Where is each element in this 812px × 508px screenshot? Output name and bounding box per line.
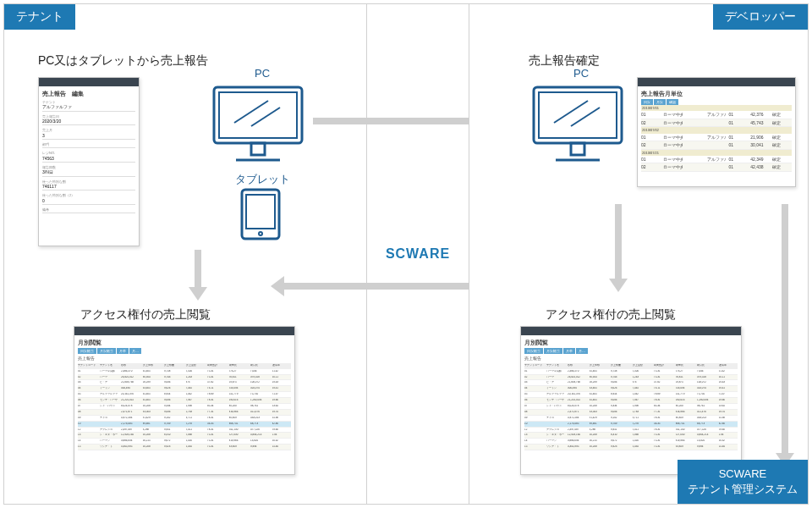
thumb-month-title: 売上報告月単位 — [641, 90, 792, 97]
table-row: 14ローマン3,886,69466,2159,6725,41675.31319,… — [524, 439, 738, 444]
table-row: 13シ・エヌ・ホー12,928,16460,2088,3102,06875.31… — [524, 433, 738, 439]
form-field-value — [42, 146, 135, 148]
table-row: 12アフレスコ2,497,4874,2889,9512,41178.31241,… — [524, 428, 738, 433]
table-row: 102,173,48539,4819,7092,27856.35368,7416… — [524, 422, 738, 428]
form-field-value: 74563 — [42, 156, 135, 163]
svg-rect-0 — [214, 87, 302, 143]
form-field-value — [42, 212, 135, 213]
monitor-icon-right — [527, 82, 628, 167]
center-column: SCWARE — [367, 3, 469, 505]
table-row: 01ローマ中央館アルファルファ0142,376確定 — [641, 111, 792, 119]
table-row: 12アフレスコ2,497,4874,2889,9512,41178.31241,… — [78, 428, 291, 433]
thumb-pivot-title-left: 月別閲覧 — [78, 339, 291, 346]
svg-line-3 — [251, 108, 280, 126]
table-row: 15ソシア・ト3,345,99560,2089,9236,43575.3183,… — [524, 444, 738, 450]
arrow-down-right-1 — [609, 204, 628, 292]
svg-point-8 — [259, 232, 262, 235]
svg-rect-23 — [782, 204, 788, 453]
developer-panel: デベロッパー 売上報告確定 PC 売上報告月単位 日次月次確認 2013/07/… — [469, 3, 809, 505]
svg-line-18 — [571, 108, 600, 126]
table-row: 102,173,48539,4819,7092,27856.35368,7416… — [78, 422, 291, 428]
tablet-icon — [239, 187, 282, 241]
svg-rect-19 — [571, 143, 584, 155]
table-row: 06モンテ・ローザ21,201,01545,4059,0067,94778.31… — [524, 398, 738, 404]
table-row: 01ローマ中央館アルファルファ0121,906確定 — [641, 134, 792, 142]
label-tablet: タブレット — [233, 172, 292, 187]
table-row: 02ローマ26,401,01286,9549,7431,24375.3178,8… — [78, 375, 291, 381]
arrow-down-right-2 — [776, 204, 794, 467]
scware-label: SCWARE — [386, 246, 450, 262]
tenant-tag: テナント — [4, 4, 75, 30]
svg-rect-15 — [534, 87, 622, 143]
tenant-panel: テナント PC又はタブレットから売上報告 売上報告 編集 テナントアルファルファ… — [3, 3, 367, 505]
svg-marker-10 — [189, 287, 207, 301]
label-pc-right: PC — [564, 67, 598, 80]
badge-line2: テナント管理システム — [688, 482, 798, 497]
table-row: 09チャコ4,972,58481,4299,1024,71178.3130,85… — [78, 416, 291, 422]
right-bottom-title: アクセス権付の売上閲覧 — [546, 307, 676, 323]
table-row: 03ピ・ア21,893,76858,2999,00687357.8259,875… — [78, 380, 291, 386]
svg-rect-4 — [251, 143, 265, 155]
developer-tag: デベロッパー — [713, 4, 808, 30]
badge-line1: SCWARE — [688, 467, 798, 482]
thumb-form-title: 売上報告 編集 — [42, 90, 135, 97]
left-bottom-title: アクセス権付の売上閲覧 — [80, 307, 211, 323]
table-row: 02ローマ26,401,01286,9549,7431,24375.3178,8… — [524, 375, 738, 381]
form-field-value: 3 — [42, 133, 135, 141]
thumb-month-table: 売上報告月単位 日次月次確認 2013/07/0101ローマ中央館アルファルファ… — [637, 77, 796, 187]
form-field-value: 746117 — [42, 184, 135, 191]
label-pc-left: PC — [245, 67, 279, 80]
table-row: 04イートン304,49443,4059,6267,44573.11253,49… — [524, 386, 738, 392]
svg-rect-7 — [246, 195, 275, 229]
thumb-pivot-title-right: 月別閲覧 — [524, 339, 738, 346]
thumb-pivot-left: 月別閲覧 日次帳票月次帳票月単月… 売上報告 テナントコードテナント名客数売上件… — [74, 326, 295, 475]
form-field-value: 0 — [42, 198, 135, 206]
table-row: 01ローマ中央館2,486,57045,4059,7582,50475.3127… — [78, 369, 291, 375]
form-field-value: 3/N日 — [42, 169, 135, 177]
table-row: 14ローマン3,886,69466,2159,6725,41675.31319,… — [78, 439, 291, 444]
table-row: 09チャコ4,972,58481,4299,1024,71178.3130,85… — [524, 416, 738, 422]
arrow-down-left — [189, 250, 207, 301]
table-row: 082,471,87183,5639,0065,78377.31316,9664… — [524, 410, 738, 416]
form-field-value: アルファルファ — [42, 104, 135, 112]
svg-rect-16 — [539, 92, 617, 138]
table-row: 02ローマ中央館0145,743確定 — [641, 119, 792, 128]
table-row: 01ローマ中央館2,486,57045,4059,7582,50475.3127… — [524, 369, 738, 375]
table-row: 05アルファルファ20,161,37645,4058,9545,04278.89… — [78, 392, 291, 398]
svg-rect-1 — [219, 92, 297, 138]
table-row: 13シ・エヌ・ホー12,928,16460,2088,3102,06875.31… — [78, 433, 291, 439]
svg-rect-21 — [615, 204, 622, 279]
table-row: 07シャ・ハウス8,024,07860,2089,3341,99885.3430… — [78, 404, 291, 410]
thumb-pivot-right: 月別閲覧 日次帳票月次帳票月単月… 売上報告 テナントコードテナント名客数売上件… — [520, 326, 742, 475]
table-row: 03ピ・ア21,893,76858,2999,00687357.8259,875… — [524, 380, 738, 386]
svg-marker-14 — [271, 276, 284, 296]
svg-rect-9 — [195, 250, 201, 287]
svg-marker-22 — [609, 279, 628, 292]
table-row: 01ローマ中央館アルファルファ0142,349確定 — [641, 156, 792, 164]
table-row: 02ローマ中央館0130,041確定 — [641, 141, 792, 150]
left-top-title: PC又はタブレットから売上報告 — [38, 53, 208, 69]
thumb-form: 売上報告 編集 テナントアルファルファ売上報告日2020/3/20売上月3部門レ… — [38, 77, 140, 246]
table-row: 02ローマ中央館0142,438確定 — [641, 163, 792, 172]
monitor-icon — [207, 82, 309, 167]
form-field-value: 2020/3/20 — [42, 119, 135, 126]
table-row: 07シャ・ハウス8,024,07860,2089,3341,99885.3430… — [524, 404, 738, 410]
scware-badge: SCWARE テナント管理システム — [678, 460, 808, 504]
table-row: 15ソシア・ト3,345,99560,2089,9236,43575.3183,… — [78, 444, 291, 450]
table-row: 06モンテ・ローザ21,201,01545,4059,0067,94778.31… — [78, 398, 291, 404]
table-row: 05アルファルファ20,161,37645,4058,9545,04278.89… — [524, 392, 738, 398]
table-row: 082,471,87183,5639,0065,78377.31316,9664… — [78, 410, 291, 416]
table-row: 04イートン304,49443,4059,6267,44573.11253,49… — [78, 386, 291, 392]
